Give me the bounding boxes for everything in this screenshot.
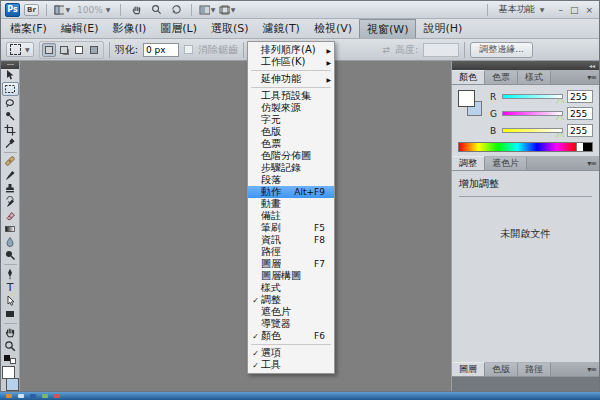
menu-image[interactable]: 影像(I) (105, 19, 153, 38)
window-menu-dropdown: 排列順序(A)▶ 工作區(K)▶ 延伸功能▶ 工具預設集 仿製來源 字元 色版 … (247, 41, 335, 374)
link-dimensions-icon[interactable]: ⇄ (382, 45, 390, 55)
tools-panel-header[interactable] (1, 61, 19, 69)
menu-view[interactable]: 檢視(V) (307, 19, 359, 38)
workspace-switcher[interactable]: 基本功能 ▼ (495, 3, 549, 16)
layers-panel-tabbar: 圖層 色版 路徑 ▾≡ (452, 362, 599, 377)
tab-color[interactable]: 顏色 (452, 70, 485, 84)
default-colors-icon[interactable] (4, 355, 16, 365)
add-to-selection-button[interactable] (57, 43, 71, 57)
tab-layers[interactable]: 圖層 (452, 362, 485, 376)
divider (4, 152, 17, 153)
checkmark-icon: ✓ (250, 349, 261, 358)
taskbar-icon[interactable] (18, 394, 24, 398)
zoom-tool[interactable] (2, 339, 19, 352)
panel-menu-icon[interactable]: ▾≡ (587, 365, 596, 374)
taskbar-icon[interactable] (6, 394, 12, 398)
screen-mode-icon[interactable]: ▼ (219, 3, 235, 17)
color-spectrum-ramp[interactable] (458, 142, 593, 152)
maximize-button[interactable]: □ (570, 3, 579, 17)
tab-channels[interactable]: 色版 (485, 363, 518, 376)
tab-styles[interactable]: 樣式 (518, 71, 551, 84)
healing-brush-tool[interactable] (2, 155, 19, 168)
move-tool[interactable] (2, 69, 19, 82)
taskbar-icon[interactable] (54, 394, 60, 398)
menu-item-workspace[interactable]: 工作區(K)▶ (248, 56, 334, 68)
type-tool[interactable]: T (2, 280, 19, 293)
panel-menu-icon[interactable]: ▾≡ (587, 73, 596, 82)
background-color-swatch[interactable] (6, 378, 19, 391)
tab-adjustments[interactable]: 調整 (452, 156, 485, 170)
history-brush-tool[interactable] (2, 195, 19, 208)
menu-separator (251, 70, 331, 71)
tab-paths[interactable]: 路徑 (518, 363, 551, 376)
title-bar: Ps Br ▼ 100% ▼ ▼ ▼ (1, 1, 599, 19)
bridge-button[interactable]: Br (24, 4, 39, 16)
green-value-input[interactable]: 255 (567, 107, 593, 120)
menu-help[interactable]: 說明(H) (416, 19, 469, 38)
zoom-level-value: 100% (77, 5, 103, 15)
tab-swatches[interactable]: 色票 (485, 71, 518, 84)
foreground-color-swatch[interactable] (458, 90, 475, 107)
menu-filter[interactable]: 濾鏡(T) (256, 19, 307, 38)
pen-tool[interactable] (2, 267, 19, 280)
tool-preset-picker[interactable]: ▼ (6, 42, 34, 57)
chevron-down-icon: ▼ (25, 46, 30, 53)
rectangular-marquee-tool[interactable] (2, 82, 19, 96)
panel-menu-icon[interactable]: ▾≡ (587, 159, 596, 168)
tools-panel: T (1, 61, 20, 391)
collapse-panels-icon[interactable]: ◂◂ (589, 63, 595, 69)
eraser-tool[interactable] (2, 208, 19, 221)
menu-layer[interactable]: 圖層(L) (153, 19, 204, 38)
close-button[interactable]: × (585, 3, 593, 17)
brush-tool[interactable] (2, 168, 19, 181)
new-selection-button[interactable] (42, 43, 56, 57)
windows-taskbar (0, 392, 600, 400)
taskbar-icon[interactable] (30, 394, 36, 398)
tab-masks[interactable]: 遮色片 (485, 157, 527, 170)
quick-selection-tool[interactable] (2, 110, 19, 123)
clone-stamp-tool[interactable] (2, 182, 19, 195)
crop-tool[interactable] (2, 123, 19, 136)
intersect-selection-button[interactable] (87, 43, 101, 57)
blue-value-input[interactable]: 255 (567, 124, 593, 137)
zoom-level-dropdown[interactable]: 100% ▼ (74, 5, 113, 15)
blur-tool[interactable] (2, 235, 19, 248)
lasso-tool[interactable] (2, 96, 19, 109)
subtract-from-selection-button[interactable] (72, 43, 86, 57)
dock-header: ◂◂ (452, 61, 599, 70)
menu-edit[interactable]: 編輯(E) (54, 19, 106, 38)
hand-tool-icon[interactable] (128, 3, 144, 17)
menu-window[interactable]: 視窗(W) (359, 19, 416, 38)
hand-tool[interactable] (2, 326, 19, 339)
red-slider-row: R 255 (490, 90, 593, 103)
gradient-tool[interactable] (2, 222, 19, 235)
divider (243, 42, 244, 58)
divider (464, 42, 465, 58)
red-slider-thumb[interactable] (556, 98, 564, 103)
refine-edge-button[interactable]: 調整邊緣... (470, 42, 533, 58)
minimize-button[interactable]: – (558, 3, 563, 17)
blue-slider-thumb[interactable] (556, 132, 564, 137)
menu-item-tools[interactable]: ✓工具 (248, 359, 334, 371)
dodge-tool[interactable] (2, 249, 19, 262)
foreground-color-swatch[interactable] (2, 366, 15, 379)
add-adjustment-label: 增加調整 (459, 175, 592, 197)
menu-item-color[interactable]: ✓顏色F6 (248, 330, 334, 342)
taskbar-icon[interactable] (42, 394, 48, 398)
red-value-input[interactable]: 255 (567, 90, 593, 103)
antialias-checkbox[interactable] (184, 45, 193, 54)
menu-item-extensions[interactable]: 延伸功能▶ (248, 73, 334, 85)
eyedropper-tool[interactable] (2, 136, 19, 149)
arrange-windows-icon[interactable]: ▼ (54, 3, 70, 17)
green-slider-thumb[interactable] (556, 115, 564, 120)
svg-text:T: T (6, 281, 14, 293)
feather-input[interactable] (143, 43, 179, 57)
rectangle-shape-tool[interactable] (2, 307, 19, 320)
zoom-tool-icon[interactable] (148, 3, 164, 17)
divider (487, 4, 488, 16)
arrange-documents-icon[interactable]: ▼ (199, 3, 215, 17)
path-selection-tool[interactable] (2, 294, 19, 307)
rotate-view-icon[interactable] (168, 3, 184, 17)
menu-select[interactable]: 選取(S) (204, 19, 256, 38)
menu-file[interactable]: 檔案(F) (3, 19, 54, 38)
